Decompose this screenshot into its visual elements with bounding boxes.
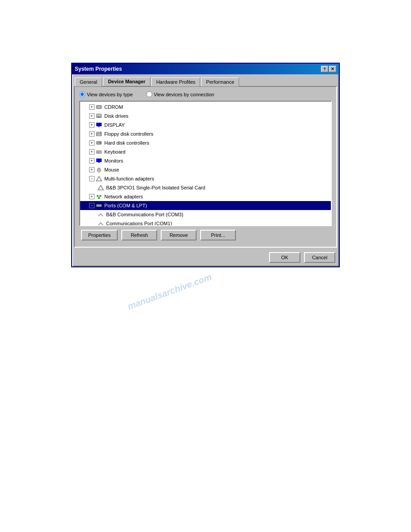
svg-rect-3 bbox=[97, 114, 101, 116]
title-bar-buttons: ? ✕ bbox=[321, 66, 336, 72]
list-item[interactable]: B&B Communications Port (COM3) bbox=[80, 210, 331, 219]
expand-icon[interactable]: + bbox=[89, 158, 94, 163]
list-item[interactable]: B&B 3PCIO1 Single-Port Isolated Serial C… bbox=[80, 183, 331, 192]
print-button[interactable]: Print... bbox=[200, 230, 236, 240]
action-buttons-row: Properties Refresh Remove Print... bbox=[81, 230, 330, 240]
expand-icon[interactable]: + bbox=[89, 113, 94, 119]
com1-icon bbox=[97, 220, 104, 225]
view-by-connection-option[interactable]: View devices by connection bbox=[146, 91, 214, 97]
list-item[interactable]: Communications Port (COM1) bbox=[80, 219, 331, 225]
ports-icon bbox=[95, 202, 103, 209]
svg-rect-23 bbox=[97, 159, 101, 162]
monitor-icon bbox=[95, 157, 103, 164]
svg-rect-20 bbox=[100, 151, 100, 152]
help-button[interactable]: ? bbox=[321, 66, 328, 72]
expand-icon[interactable]: + bbox=[89, 104, 94, 110]
disk-icon bbox=[95, 112, 103, 120]
svg-rect-18 bbox=[98, 151, 98, 152]
expand-icon[interactable]: + bbox=[89, 194, 94, 199]
svg-rect-4 bbox=[98, 117, 99, 118]
list-item[interactable]: + CDROM bbox=[80, 103, 331, 112]
svg-point-14 bbox=[100, 142, 101, 144]
com3-icon bbox=[97, 211, 104, 218]
svg-rect-7 bbox=[98, 126, 100, 127]
view-by-connection-radio[interactable] bbox=[146, 91, 152, 97]
svg-marker-28 bbox=[98, 185, 103, 190]
tab-content: View devices by type View devices by con… bbox=[74, 86, 337, 248]
cdrom-icon bbox=[95, 103, 103, 111]
svg-line-33 bbox=[99, 197, 100, 197]
view-by-type-radio[interactable] bbox=[79, 91, 85, 97]
svg-point-37 bbox=[100, 205, 101, 206]
expand-icon[interactable]: + bbox=[89, 131, 94, 137]
list-item[interactable]: + DISPLAY bbox=[80, 120, 331, 129]
svg-rect-29 bbox=[97, 195, 98, 197]
svg-point-36 bbox=[98, 205, 99, 206]
svg-rect-11 bbox=[98, 132, 98, 133]
properties-button[interactable]: Properties bbox=[81, 230, 118, 240]
svg-rect-19 bbox=[99, 151, 99, 152]
list-item[interactable]: + Network adapters bbox=[80, 192, 331, 201]
mouse-icon bbox=[95, 166, 103, 173]
tab-hardware-profiles[interactable]: Hardware Profiles bbox=[151, 77, 200, 86]
ok-cancel-row: OK Cancel bbox=[72, 249, 339, 266]
remove-button[interactable]: Remove bbox=[161, 230, 197, 240]
svg-rect-1 bbox=[97, 106, 101, 108]
dialog-title: System Properties bbox=[75, 66, 122, 72]
cancel-button[interactable]: Cancel bbox=[304, 252, 335, 263]
multifunction-icon bbox=[95, 175, 103, 182]
list-item[interactable]: + Floppy disk controllers bbox=[80, 129, 331, 138]
expand-icon[interactable]: + bbox=[89, 167, 94, 172]
close-button[interactable]: ✕ bbox=[329, 66, 336, 72]
title-bar: System Properties ? ✕ bbox=[72, 64, 339, 74]
tab-general[interactable]: General bbox=[75, 77, 102, 86]
device-list[interactable]: + CDROM + Disk drives bbox=[80, 102, 331, 225]
svg-point-35 bbox=[97, 205, 98, 206]
svg-rect-17 bbox=[97, 151, 98, 152]
expand-icon[interactable]: − bbox=[89, 176, 94, 181]
svg-rect-24 bbox=[98, 162, 100, 163]
keyboard-icon bbox=[95, 148, 103, 155]
network-icon bbox=[95, 193, 103, 200]
svg-rect-16 bbox=[97, 151, 101, 153]
expand-icon[interactable]: + bbox=[89, 122, 94, 128]
tabs-row: General Device Manager Hardware Profiles… bbox=[72, 74, 339, 86]
ports-item[interactable]: − Ports (COM & LPT) bbox=[80, 201, 331, 210]
ok-button[interactable]: OK bbox=[269, 252, 300, 263]
list-item[interactable]: − Multi-function adapters bbox=[80, 174, 331, 183]
watermark: manualsarchive.com bbox=[126, 272, 213, 312]
svg-rect-21 bbox=[97, 152, 99, 153]
expand-icon[interactable]: + bbox=[89, 149, 94, 154]
display-icon bbox=[95, 121, 103, 129]
refresh-button[interactable]: Refresh bbox=[121, 230, 157, 240]
svg-rect-30 bbox=[99, 195, 101, 197]
view-by-type-option[interactable]: View devices by type bbox=[79, 91, 133, 97]
tab-device-manager[interactable]: Device Manager bbox=[103, 77, 150, 86]
device-list-container: + CDROM + Disk drives bbox=[79, 101, 332, 226]
list-item[interactable]: + Mouse bbox=[80, 165, 331, 174]
svg-rect-6 bbox=[97, 123, 101, 126]
svg-marker-27 bbox=[96, 176, 102, 181]
list-item[interactable]: + Keyboard bbox=[80, 147, 331, 156]
view-options-row: View devices by type View devices by con… bbox=[79, 91, 332, 97]
svg-rect-31 bbox=[98, 197, 100, 199]
list-item[interactable]: + Monitors bbox=[80, 156, 331, 165]
harddisk-icon bbox=[95, 139, 103, 146]
serial-card-icon bbox=[97, 184, 104, 191]
svg-line-32 bbox=[98, 197, 99, 197]
list-item[interactable]: + Hard disk controllers bbox=[80, 138, 331, 147]
list-item[interactable]: + Disk drives bbox=[80, 112, 331, 120]
tab-performance[interactable]: Performance bbox=[201, 77, 239, 86]
floppy-icon bbox=[95, 130, 103, 137]
system-properties-dialog: System Properties ? ✕ General Device Man… bbox=[71, 63, 340, 267]
expand-icon[interactable]: − bbox=[89, 203, 94, 208]
svg-rect-10 bbox=[97, 134, 101, 136]
expand-icon[interactable]: + bbox=[89, 140, 94, 146]
